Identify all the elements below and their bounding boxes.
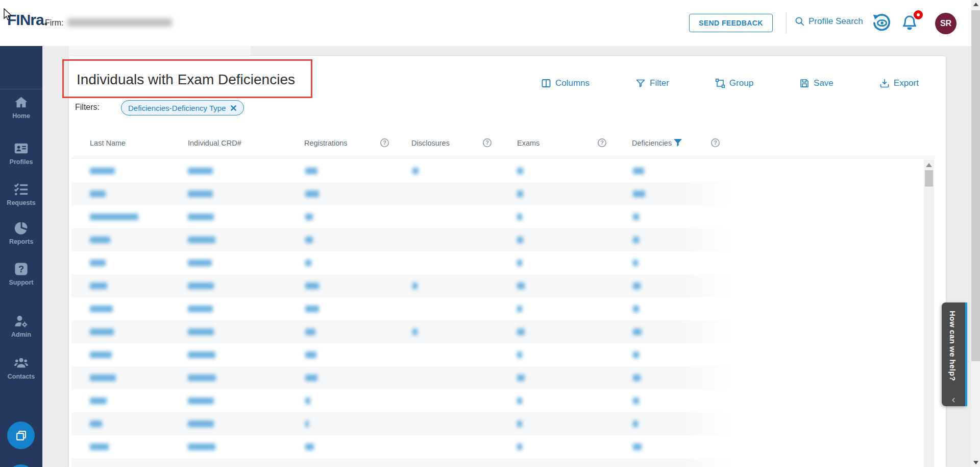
sidebar-item-support[interactable]: ?Support bbox=[0, 262, 42, 286]
table-scroll-up-arrow[interactable] bbox=[926, 163, 932, 167]
redacted-cell-link[interactable] bbox=[90, 375, 116, 381]
sidebar-item-admin[interactable]: Admin bbox=[0, 314, 42, 338]
toolbar-filter-button[interactable]: Filter bbox=[635, 78, 669, 88]
redacted-cell-link[interactable] bbox=[188, 306, 213, 312]
redacted-cell-link[interactable] bbox=[517, 168, 523, 174]
redacted-cell-link[interactable] bbox=[305, 375, 317, 381]
quick-links-button[interactable] bbox=[7, 464, 35, 467]
redacted-cell-link[interactable] bbox=[517, 260, 522, 266]
redacted-cell-link[interactable] bbox=[188, 237, 215, 243]
redacted-cell-link[interactable] bbox=[90, 443, 109, 450]
redacted-cell-link[interactable] bbox=[517, 306, 522, 312]
redacted-cell-link[interactable] bbox=[305, 398, 310, 404]
toolbar-save-button[interactable]: Save bbox=[799, 78, 834, 88]
page-scrollbar[interactable] bbox=[971, 0, 980, 467]
redacted-cell-link[interactable] bbox=[517, 352, 522, 358]
redacted-cell-link[interactable] bbox=[412, 168, 419, 174]
redacted-cell-link[interactable] bbox=[305, 352, 316, 358]
redacted-cell-link[interactable] bbox=[188, 260, 212, 266]
sidebar-item-profiles[interactable]: Profiles bbox=[0, 141, 42, 166]
redacted-cell-link[interactable] bbox=[517, 329, 525, 335]
redacted-cell-link[interactable] bbox=[188, 352, 215, 358]
page-scroll-thumb[interactable] bbox=[971, 10, 980, 361]
user-avatar[interactable]: SR bbox=[935, 13, 957, 34]
active-filter-funnel-icon[interactable] bbox=[673, 137, 683, 148]
profile-search-button[interactable]: Profile Search bbox=[794, 16, 863, 27]
table-scrollbar[interactable] bbox=[924, 159, 934, 467]
page-scroll-down-arrow[interactable] bbox=[973, 461, 978, 464]
redacted-cell-link[interactable] bbox=[188, 283, 214, 289]
redacted-cell-link[interactable] bbox=[305, 443, 314, 450]
filter-chip[interactable]: Deficiencies-Deficiency Type bbox=[121, 100, 244, 115]
redacted-cell-link[interactable] bbox=[305, 329, 315, 335]
redacted-cell-link[interactable] bbox=[305, 191, 319, 197]
redacted-cell-link[interactable] bbox=[305, 214, 313, 220]
chip-remove-icon[interactable] bbox=[230, 105, 237, 111]
column-header[interactable]: Individual CRD# bbox=[188, 139, 241, 147]
redacted-cell-link[interactable] bbox=[90, 329, 114, 335]
redacted-cell-link[interactable] bbox=[412, 283, 418, 289]
redacted-cell-link[interactable] bbox=[188, 191, 213, 197]
help-icon[interactable]: ? bbox=[482, 138, 492, 148]
column-header[interactable]: Deficiencies bbox=[632, 139, 672, 147]
redacted-cell-link[interactable] bbox=[90, 214, 138, 220]
sidebar-item-requests[interactable]: Requests bbox=[0, 182, 42, 206]
send-feedback-button[interactable]: SEND FEEDBACK bbox=[689, 14, 773, 32]
redacted-cell-link[interactable] bbox=[305, 260, 311, 266]
redacted-cell-link[interactable] bbox=[517, 191, 523, 197]
redacted-cell-link[interactable] bbox=[633, 237, 639, 243]
column-header[interactable]: Disclosures bbox=[411, 139, 450, 147]
column-header[interactable]: Exams bbox=[517, 139, 540, 147]
redacted-cell-link[interactable] bbox=[633, 260, 638, 266]
redacted-cell-link[interactable] bbox=[633, 191, 645, 197]
toolbar-export-button[interactable]: Export bbox=[879, 78, 919, 88]
redacted-cell-link[interactable] bbox=[90, 398, 107, 404]
redacted-cell-link[interactable] bbox=[90, 283, 107, 289]
redacted-cell-link[interactable] bbox=[305, 306, 319, 312]
redacted-cell-link[interactable] bbox=[517, 443, 522, 450]
redacted-cell-link[interactable] bbox=[305, 168, 317, 174]
redacted-cell-link[interactable] bbox=[188, 214, 214, 220]
column-header[interactable]: Registrations bbox=[304, 139, 348, 147]
redacted-cell-link[interactable] bbox=[90, 168, 115, 174]
redacted-cell-link[interactable] bbox=[305, 283, 319, 289]
sidebar-item-contacts[interactable]: Contacts bbox=[0, 356, 42, 380]
help-icon[interactable]: ? bbox=[597, 138, 607, 148]
redacted-cell-link[interactable] bbox=[633, 168, 644, 174]
toolbar-columns-button[interactable]: Columns bbox=[541, 78, 590, 88]
redacted-cell-link[interactable] bbox=[517, 375, 525, 381]
sidebar-item-reports[interactable]: Reports bbox=[0, 221, 42, 245]
redacted-cell-link[interactable] bbox=[633, 375, 641, 381]
redacted-cell-link[interactable] bbox=[305, 237, 313, 243]
redacted-cell-link[interactable] bbox=[90, 191, 106, 197]
redacted-cell-link[interactable] bbox=[633, 443, 642, 450]
redacted-cell-link[interactable] bbox=[517, 283, 525, 289]
redacted-cell-link[interactable] bbox=[188, 329, 214, 335]
redacted-cell-link[interactable] bbox=[517, 214, 522, 220]
column-header[interactable]: Last Name bbox=[90, 139, 126, 147]
help-icon[interactable]: ? bbox=[380, 138, 389, 148]
redacted-cell-link[interactable] bbox=[517, 398, 522, 404]
redacted-cell-link[interactable] bbox=[633, 214, 639, 220]
redacted-cell-link[interactable] bbox=[305, 421, 309, 427]
notifications-bell-icon[interactable] bbox=[900, 13, 920, 34]
redacted-cell-link[interactable] bbox=[633, 398, 639, 404]
redacted-cell-link[interactable] bbox=[188, 398, 214, 404]
redacted-cell-link[interactable] bbox=[90, 421, 102, 427]
redacted-cell-link[interactable] bbox=[188, 421, 214, 427]
redacted-cell-link[interactable] bbox=[633, 283, 641, 289]
help-widget-tab[interactable]: How can we help? ‹ bbox=[942, 302, 967, 406]
redacted-cell-link[interactable] bbox=[188, 375, 216, 381]
recently-viewed-icon[interactable] bbox=[871, 12, 892, 34]
table-scroll-thumb[interactable] bbox=[925, 170, 933, 186]
finra-logo[interactable]: FINra. bbox=[7, 11, 47, 29]
redacted-cell-link[interactable] bbox=[517, 421, 522, 427]
page-scroll-up-arrow[interactable] bbox=[973, 3, 978, 6]
redacted-cell-link[interactable] bbox=[412, 329, 418, 335]
redacted-cell-link[interactable] bbox=[633, 421, 638, 427]
redacted-cell-link[interactable] bbox=[90, 260, 106, 266]
redacted-cell-link[interactable] bbox=[188, 168, 213, 174]
redacted-cell-link[interactable] bbox=[517, 237, 523, 243]
redacted-cell-link[interactable] bbox=[633, 306, 639, 312]
redacted-cell-link[interactable] bbox=[90, 306, 113, 312]
